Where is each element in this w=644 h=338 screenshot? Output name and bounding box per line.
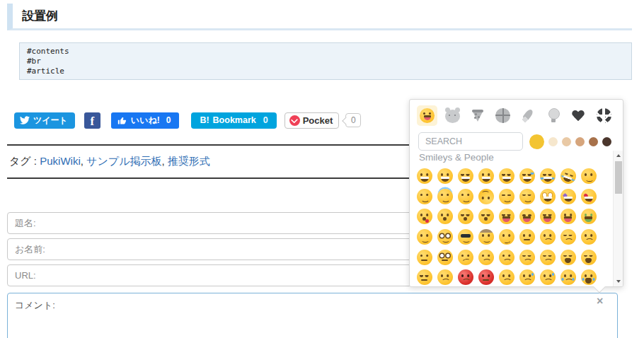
- kissing-smiling-eyes-emoji: [458, 209, 473, 224]
- emoji-upside-down[interactable]: [476, 187, 496, 207]
- emoji-kissing-smiling-eyes[interactable]: [455, 206, 476, 227]
- emoji-confused[interactable]: [455, 247, 476, 267]
- facebook-like-button[interactable]: いいね! 0: [111, 112, 180, 129]
- tongue-wink-emoji: [519, 209, 535, 224]
- emoji-kissing-closed-eyes[interactable]: [476, 206, 496, 227]
- scroll-up-arrow-icon[interactable]: [614, 151, 623, 161]
- tag-link-サンプル掲示板[interactable]: サンプル掲示板: [86, 155, 161, 167]
- emoji-crying[interactable]: [558, 267, 578, 287]
- category-tab-objects[interactable]: [544, 105, 564, 126]
- kissing-emoji: [437, 209, 453, 224]
- emoji-worried[interactable]: [578, 227, 599, 247]
- category-tab-animals-nature[interactable]: [442, 105, 463, 126]
- emoji-blush[interactable]: [414, 187, 435, 207]
- emoji-frowning[interactable]: [496, 247, 517, 267]
- emoji-relaxed[interactable]: [578, 166, 599, 187]
- grinning-emoji: [417, 168, 432, 184]
- emoji-confounded[interactable]: [537, 247, 558, 267]
- emoji-sunglasses[interactable]: [455, 227, 476, 247]
- emoji-smirk[interactable]: [496, 227, 517, 247]
- emoji-search-input[interactable]: [418, 132, 523, 151]
- like-count: 0: [166, 115, 171, 125]
- emoji-flushed[interactable]: [537, 187, 558, 207]
- emoji-cowboy[interactable]: [476, 227, 496, 247]
- category-tab-symbols[interactable]: [568, 105, 589, 126]
- category-tab-travel-places[interactable]: [518, 105, 539, 126]
- travel-icon: [521, 108, 536, 123]
- emoji-disappointed[interactable]: [537, 227, 558, 247]
- upside-down-emoji: [478, 189, 494, 204]
- category-tab-smileys-people[interactable]: [417, 105, 437, 126]
- emoji-yum[interactable]: [496, 206, 517, 227]
- scroll-down-arrow-icon[interactable]: [614, 276, 623, 286]
- hatena-bookmark-button[interactable]: B! Bookmark 0: [191, 112, 276, 129]
- emoji-tongue-closed-eyes[interactable]: [537, 206, 558, 227]
- emoji-heart-eyes[interactable]: [578, 187, 599, 207]
- emoji-relieved[interactable]: [517, 187, 537, 207]
- emoji-smiley[interactable]: [435, 166, 455, 187]
- category-tab-flags[interactable]: [594, 105, 614, 126]
- emoji-wink[interactable]: [496, 187, 517, 207]
- pocket-button[interactable]: Pocket: [284, 112, 340, 129]
- emoji-grid: [414, 166, 599, 287]
- emoji-cursing[interactable]: [476, 267, 496, 287]
- emoji-tired[interactable]: [558, 247, 578, 267]
- social-buttons-row: ツイート f いいね! 0 B! Bookmark 0 Pocket 0: [14, 112, 361, 129]
- emoji-weary[interactable]: [578, 247, 599, 267]
- emoji-cold-sweat[interactable]: [537, 267, 558, 287]
- emoji-joy[interactable]: [537, 166, 558, 187]
- slight-frown-emoji: [478, 250, 494, 265]
- tongue-closed-eyes-emoji: [540, 209, 556, 224]
- emoji-monocle[interactable]: [435, 247, 455, 267]
- emoji-anguished[interactable]: [496, 267, 517, 287]
- emoji-fearful[interactable]: [517, 267, 537, 287]
- emoji-star-struck[interactable]: [558, 187, 578, 207]
- emoji-section-title: Smileys & People: [419, 152, 494, 163]
- skin-tone-2[interactable]: [548, 137, 558, 146]
- emoji-rage[interactable]: [455, 267, 476, 287]
- tweet-button[interactable]: ツイート: [14, 112, 75, 129]
- skin-tone-3[interactable]: [562, 137, 571, 146]
- skin-tone-5[interactable]: [589, 137, 598, 146]
- thumbs-up-icon: [117, 116, 127, 125]
- category-tab-activity[interactable]: [493, 105, 513, 126]
- scroll-thumb[interactable]: [615, 161, 622, 194]
- emoji-raised-eyebrow[interactable]: [414, 247, 435, 267]
- comment-textarea[interactable]: [7, 293, 618, 338]
- innocent-emoji: [437, 189, 453, 204]
- confounded-emoji: [540, 250, 556, 265]
- emoji-kissing-heart[interactable]: [414, 206, 435, 227]
- tag-link-推奨形式[interactable]: 推奨形式: [168, 155, 210, 167]
- skin-tone-4[interactable]: [575, 137, 585, 146]
- emoji-sweat-smile[interactable]: [517, 166, 537, 187]
- emoji-rofl[interactable]: [558, 166, 578, 187]
- tag-link-PukiWiki[interactable]: PukiWiki: [40, 155, 81, 167]
- facebook-button[interactable]: f: [84, 112, 100, 129]
- emoji-smile[interactable]: [455, 166, 476, 187]
- emoji-slight-frown[interactable]: [476, 247, 496, 267]
- category-tab-food-drink[interactable]: [467, 105, 488, 126]
- emoji-kissing[interactable]: [435, 206, 455, 227]
- weary-emoji: [581, 250, 597, 265]
- emoji-persevere[interactable]: [517, 247, 537, 267]
- emoji-grinning[interactable]: [414, 166, 435, 187]
- emoji-nerd[interactable]: [435, 227, 455, 247]
- emoji-innocent[interactable]: [435, 187, 455, 207]
- emoji-tongue-out[interactable]: [558, 206, 578, 227]
- emoji-laughing[interactable]: [496, 166, 517, 187]
- emoji-angry[interactable]: [435, 267, 455, 287]
- skin-tone-1[interactable]: [529, 134, 544, 149]
- skin-tone-6[interactable]: [602, 137, 611, 146]
- emoji-pensive[interactable]: [558, 227, 578, 247]
- emoji-unamused[interactable]: [517, 227, 537, 247]
- emoji-triumph[interactable]: [414, 267, 435, 287]
- emoji-grin[interactable]: [476, 166, 496, 187]
- hatena-label: Bookmark: [213, 115, 256, 125]
- emoji-scrollbar[interactable]: [613, 151, 623, 286]
- frowning-emoji: [499, 250, 514, 265]
- emoji-slight-smile[interactable]: [455, 187, 476, 207]
- emoji-hugging[interactable]: [414, 227, 435, 247]
- emoji-money-mouth[interactable]: [578, 206, 599, 227]
- close-icon[interactable]: ×: [597, 296, 603, 307]
- emoji-tongue-wink[interactable]: [517, 206, 537, 227]
